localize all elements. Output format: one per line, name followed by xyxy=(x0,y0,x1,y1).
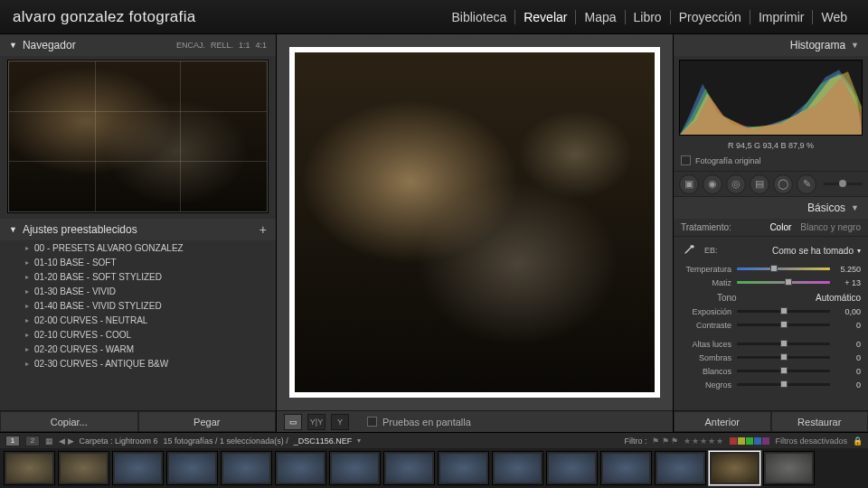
filmstrip-thumb[interactable] xyxy=(546,451,598,485)
filmstrip-thumb[interactable] xyxy=(275,451,326,485)
module-imprimir[interactable]: Imprimir xyxy=(750,10,814,24)
slider-exposición[interactable]: Exposición0,00 xyxy=(674,305,868,318)
preset-folder[interactable]: 02-00 CURVES - NEUTRAL xyxy=(0,313,276,327)
filmstrip-count: 15 fotografías / 1 seleccionada(s) / xyxy=(164,436,288,446)
filmstrip-thumb[interactable] xyxy=(655,451,706,485)
module-web[interactable]: Web xyxy=(813,10,855,24)
filters-off[interactable]: Filtros desactivados xyxy=(775,436,847,446)
filmstrip[interactable] xyxy=(0,448,868,488)
module-proyección[interactable]: Proyección xyxy=(671,10,750,24)
chevron-down-icon: ▾ xyxy=(857,247,861,255)
disclosure-triangle-icon: ▼ xyxy=(851,41,859,50)
compare-view-button[interactable]: Y|Y xyxy=(307,414,326,430)
filmstrip-thumb[interactable] xyxy=(492,451,543,485)
eyedropper-icon[interactable] xyxy=(681,242,697,258)
reset-button[interactable]: Restaurar xyxy=(771,411,869,432)
preset-folder[interactable]: 02-20 CURVES - WARM xyxy=(0,342,276,356)
tool-size-slider[interactable] xyxy=(824,183,863,185)
treatment-color[interactable]: Color xyxy=(769,222,791,232)
slider-negros[interactable]: Negros0 xyxy=(674,378,868,391)
slider-contraste[interactable]: Contraste0 xyxy=(674,318,868,332)
tone-label: Tono xyxy=(717,293,737,303)
right-panel: Histograma ▼ R 94,5 G 93,4 B 87,9 % Foto… xyxy=(673,34,868,432)
histogram-chart[interactable] xyxy=(679,60,863,136)
preset-folder[interactable]: 02-10 CURVES - COOL xyxy=(0,327,276,342)
color-filter[interactable] xyxy=(730,437,769,445)
secondary-display-1[interactable]: 1 xyxy=(5,436,20,446)
crop-tool-icon[interactable]: ▣ xyxy=(679,174,699,194)
copy-button[interactable]: Copiar... xyxy=(0,411,138,432)
filmstrip-thumb[interactable] xyxy=(166,451,218,485)
preset-folder[interactable]: 01-30 BASE - VIVID xyxy=(0,284,276,298)
histogram-title: Histograma xyxy=(790,39,845,52)
basic-header[interactable]: Básicos ▼ xyxy=(674,197,868,219)
preset-folder[interactable]: 00 - PRESETS ALVARO GONZALEZ xyxy=(0,240,276,255)
slider-matiz[interactable]: Matiz+ 13 xyxy=(674,276,868,289)
image-frame xyxy=(289,47,660,398)
softproof-checkbox[interactable] xyxy=(367,417,377,427)
preset-folder[interactable]: 01-40 BASE - VIVID STYLIZED xyxy=(0,298,276,313)
slider-sombras[interactable]: Sombras0 xyxy=(674,351,868,364)
filmstrip-thumb[interactable] xyxy=(709,451,760,485)
navigator-header[interactable]: ▼ Navegador ENCAJ. RELL. 1:1 4:1 xyxy=(0,34,276,56)
flag-filter-icon[interactable]: ⚑ ⚑ ⚑ xyxy=(652,436,678,446)
image-viewport[interactable]: 10/09/14 01:27:34 xyxy=(277,34,673,410)
presets-header[interactable]: ▼ Ajustes preestablecidos + xyxy=(0,219,276,240)
tone-header: Tono Automático xyxy=(674,289,868,305)
loupe-view-button[interactable]: ▭ xyxy=(284,414,302,430)
original-checkbox[interactable] xyxy=(681,155,691,165)
paste-button[interactable]: Pegar xyxy=(138,411,277,432)
wb-dropdown[interactable]: Como se ha tomado ▾ xyxy=(772,246,861,256)
filter-lock-icon[interactable]: 🔒 xyxy=(853,436,863,446)
preset-folder[interactable]: 01-10 BASE - SOFT xyxy=(0,255,276,269)
gradient-tool-icon[interactable]: ▤ xyxy=(750,174,769,194)
previous-button[interactable]: Anterior xyxy=(674,411,771,432)
preset-folder[interactable]: 02-30 CURVES - ANTIQUE B&W xyxy=(0,356,276,371)
basic-title: Básicos xyxy=(807,202,845,214)
secondary-display-2[interactable]: 2 xyxy=(25,436,40,446)
filmstrip-thumb[interactable] xyxy=(58,451,109,485)
module-mapa[interactable]: Mapa xyxy=(576,10,625,24)
center-panel: 10/09/14 01:27:34 ▭ Y|Y Y Pruebas en pan… xyxy=(277,34,673,432)
nav-fit[interactable]: ENCAJ. xyxy=(176,41,205,50)
spot-tool-icon[interactable]: ◉ xyxy=(703,174,722,194)
histogram-header[interactable]: Histograma ▼ xyxy=(674,34,868,56)
module-revelar[interactable]: Revelar xyxy=(515,10,576,24)
filmstrip-thumb[interactable] xyxy=(600,451,652,485)
nav-ratio[interactable]: 4:1 xyxy=(255,41,267,50)
add-preset-icon[interactable]: + xyxy=(259,222,267,237)
original-photo-row: Fotografía original xyxy=(674,154,868,172)
filmstrip-thumb[interactable] xyxy=(383,451,435,485)
filmstrip-thumb[interactable] xyxy=(221,451,272,485)
auto-tone-button[interactable]: Automático xyxy=(816,293,861,303)
slider-altas-luces[interactable]: Altas luces0 xyxy=(674,337,868,351)
before-after-button[interactable]: Y xyxy=(331,414,349,430)
radial-tool-icon[interactable]: ◯ xyxy=(773,174,793,194)
filmstrip-path[interactable]: Carpeta : Lightroom 6 xyxy=(80,436,158,446)
photo xyxy=(295,52,655,392)
module-libro[interactable]: Libro xyxy=(626,10,671,24)
slider-temperatura[interactable]: Temperatura5.250 xyxy=(674,262,868,276)
nav-1to1[interactable]: 1:1 xyxy=(239,41,250,50)
navigator-preview[interactable] xyxy=(7,60,269,213)
brush-tool-icon[interactable]: ✎ xyxy=(797,174,816,194)
module-picker: BibliotecaRevelarMapaLibroProyecciónImpr… xyxy=(444,10,855,24)
left-panel: ▼ Navegador ENCAJ. RELL. 1:1 4:1 ▼ Ajust… xyxy=(0,34,277,432)
redeye-tool-icon[interactable]: ◎ xyxy=(726,174,746,194)
disclosure-triangle-icon: ▼ xyxy=(851,203,859,212)
filmstrip-thumb[interactable] xyxy=(112,451,164,485)
filmstrip-thumb[interactable] xyxy=(329,451,381,485)
module-biblioteca[interactable]: Biblioteca xyxy=(444,10,516,24)
filmstrip-filename: _DSC1156.NEF xyxy=(294,436,353,446)
filter-label: Filtro : xyxy=(624,436,646,446)
treatment-bw[interactable]: Blanco y negro xyxy=(800,222,861,232)
grid-icon[interactable]: ▦ xyxy=(45,436,53,446)
nav-fill[interactable]: RELL. xyxy=(211,41,233,50)
slider-blancos[interactable]: Blancos0 xyxy=(674,364,868,378)
preset-folder[interactable]: 01-20 BASE - SOFT STYLIZED xyxy=(0,269,276,284)
filmstrip-header: 1 2 ▦ ◀ ▶ Carpeta : Lightroom 6 15 fotog… xyxy=(0,432,868,448)
filmstrip-thumb[interactable] xyxy=(4,451,55,485)
filmstrip-thumb[interactable] xyxy=(438,451,489,485)
rating-filter[interactable]: ★★★★★ xyxy=(684,436,724,446)
filmstrip-thumb[interactable] xyxy=(763,451,815,485)
